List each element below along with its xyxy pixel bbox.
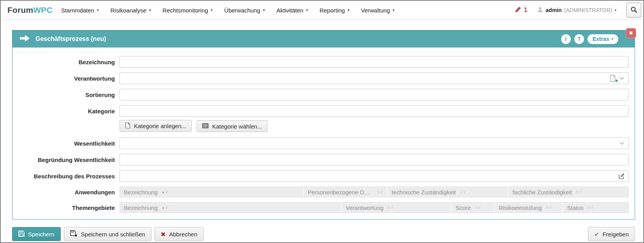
user-role: (ADMINISTRATOR) xyxy=(564,7,612,13)
form-row-verantwortung: Verantwortung ✱ xyxy=(20,72,629,84)
sort-desc-icon: ∨ xyxy=(478,206,481,210)
sort-desc-icon: ∨ xyxy=(579,190,582,194)
column-header-fachliche-zustaendigkeit[interactable]: fachliche Zuständigkeit ∧∨ xyxy=(508,187,628,197)
save-close-icon xyxy=(70,230,77,238)
verantwortung-combobox: ✱ xyxy=(120,72,629,84)
column-label: Verantwortung xyxy=(346,204,384,211)
new-document-icon xyxy=(125,122,130,130)
freigeben-label: Freigeben xyxy=(602,231,629,238)
nav-item-aktivitaeten[interactable]: Aktivitäten ▾ xyxy=(276,7,308,14)
search-button[interactable] xyxy=(626,3,641,18)
column-header-bezeichnung[interactable]: Bezeichnung ▲∨ xyxy=(120,187,303,197)
sort-desc-icon: ∨ xyxy=(463,190,466,194)
user-menu[interactable]: admin (ADMINISTRATOR) ▾ xyxy=(537,7,616,14)
arrow-right-icon xyxy=(19,35,30,44)
check-icon: ✔ xyxy=(594,231,599,237)
speichern-label: Speichern xyxy=(28,231,55,238)
list-icon xyxy=(202,123,209,130)
kategorie-anlegen-button[interactable]: Kategorie anlegen... xyxy=(120,120,192,132)
pencil-icon xyxy=(515,6,521,14)
nav-item-rechtsmonitoring[interactable]: Rechtsmonitoring ▾ xyxy=(163,7,213,14)
app-logo[interactable]: ForumWPC xyxy=(7,5,53,15)
pending-changes-badge[interactable]: 1 xyxy=(515,6,527,14)
column-header-score[interactable]: Score ∧∨ xyxy=(451,202,494,213)
chevron-down-icon: ▾ xyxy=(306,9,308,12)
kategorie-input[interactable] xyxy=(120,105,629,117)
logo-text-forum: Forum xyxy=(7,5,33,14)
kategorie-waehlen-button[interactable]: Kategorie wählen... xyxy=(197,120,267,132)
sort-asc-icon: ▲ xyxy=(162,190,165,194)
nav-item-reporting[interactable]: Reporting ▾ xyxy=(320,7,350,14)
sort-asc-icon: ∧ xyxy=(475,206,477,210)
form-row-themengebiete: Themengebiete Bezeichnung ▲∨ Verantwortu… xyxy=(20,202,629,213)
chevron-down-icon: ▾ xyxy=(611,37,613,41)
column-header-bezeichnung[interactable]: Bezeichnung ▲∨ xyxy=(120,202,341,213)
sort-icons: ▲∨ xyxy=(162,190,168,194)
sort-asc-icon: ∧ xyxy=(588,206,590,210)
column-label: Status xyxy=(567,204,584,211)
nav-item-risikoanalyse[interactable]: Risikoanalyse ▾ xyxy=(111,7,151,14)
edit-icon[interactable] xyxy=(617,173,626,180)
begruendung-input[interactable] xyxy=(120,154,629,166)
verantwortung-input[interactable] xyxy=(120,73,608,83)
column-header-personenbezogene-daten[interactable]: Personenbezogene Daten ∧∨ xyxy=(303,187,387,197)
column-header-risikoeinstufung[interactable]: Risikoeinstufung ∧∨ xyxy=(494,202,562,213)
form-row-kategorie-buttons: Kategorie anlegen... Kategorie wählen... xyxy=(20,120,629,132)
wesentlichkeit-input[interactable] xyxy=(120,138,618,148)
sort-asc-icon: ▲ xyxy=(162,206,165,210)
column-header-technische-zustaendigkeit[interactable]: technische Zuständigkeit ∧∨ xyxy=(387,187,508,197)
cancel-x-icon: ✖ xyxy=(161,231,166,237)
sort-icons: ∧∨ xyxy=(460,190,466,194)
close-icon: ✖ xyxy=(629,30,633,36)
sortierung-input[interactable] xyxy=(120,89,629,100)
column-label: fachliche Zuständigkeit xyxy=(512,189,572,195)
field-label-kategorie: Kategorie xyxy=(20,108,120,114)
nav-item-stammdaten[interactable]: Stammdaten ▾ xyxy=(61,7,99,14)
sort-icons: ∧∨ xyxy=(588,206,594,210)
close-button[interactable]: ✖ xyxy=(626,28,636,38)
save-icon xyxy=(18,231,25,238)
nav-label: Aktivitäten xyxy=(276,7,303,14)
chevron-down-icon: ▾ xyxy=(614,9,616,12)
column-label: Risikoeinstufung xyxy=(499,204,542,211)
field-label-beschreibung: Beschreibung des Prozesses xyxy=(20,173,120,180)
form-row-begruendung: Begründung Wesentlichkeit xyxy=(20,154,629,166)
nav-label: Überwachung xyxy=(224,7,260,14)
anwendungen-table-header: Bezeichnung ▲∨ Personenbezogene Daten ∧∨… xyxy=(120,187,629,197)
info-button[interactable]: i xyxy=(561,34,571,44)
speichern-und-schliessen-label: Speichern und schließen xyxy=(81,231,145,238)
chevron-down-icon: ▾ xyxy=(149,9,151,12)
nav-item-verwaltung[interactable]: Verwaltung ▾ xyxy=(361,7,394,14)
form-row-kategorie: Kategorie xyxy=(20,105,629,117)
geschaeftsprozess-panel: ✖ Geschäftsprozess (neu) i ? Extras ▾ Be… xyxy=(12,30,635,220)
nav-label: Stammdaten xyxy=(61,7,94,14)
sort-desc-icon: ∨ xyxy=(591,206,593,210)
column-header-status[interactable]: Status ∧∨ xyxy=(562,202,628,213)
field-label-anwendungen: Anwendungen xyxy=(20,189,120,195)
sort-icons: ∧∨ xyxy=(377,190,383,194)
wesentlichkeit-select[interactable] xyxy=(120,137,629,149)
speichern-button[interactable]: Speichern xyxy=(12,227,61,241)
nav-label: Risikoanalyse xyxy=(111,7,147,14)
bezeichnung-input[interactable] xyxy=(120,56,629,68)
help-button[interactable]: ? xyxy=(574,34,584,44)
nav-item-ueberwachung[interactable]: Überwachung ▾ xyxy=(224,7,265,14)
form-row-beschreibung: Beschreibung des Prozesses xyxy=(20,170,629,182)
sort-asc-icon: ∧ xyxy=(460,190,463,194)
chevron-down-icon[interactable] xyxy=(618,140,626,146)
sort-icons: ∧∨ xyxy=(576,190,582,194)
beschreibung-input[interactable] xyxy=(120,171,617,181)
abbrechen-button[interactable]: ✖ Abbrechen xyxy=(155,227,204,241)
speichern-und-schliessen-button[interactable]: Speichern und schließen xyxy=(64,227,151,241)
column-label: Bezeichnung xyxy=(124,204,158,211)
user-name: admin xyxy=(545,7,561,13)
sort-icons: ∧∨ xyxy=(545,206,552,210)
nav-label: Rechtsmonitoring xyxy=(163,7,208,14)
create-new-entry-icon[interactable]: ✱ xyxy=(608,75,618,82)
freigeben-button[interactable]: ✔ Freigeben xyxy=(588,227,635,241)
pending-changes-count: 1 xyxy=(524,7,527,14)
chevron-down-icon: ▾ xyxy=(348,9,350,12)
chevron-down-icon[interactable] xyxy=(618,75,626,81)
column-header-verantwortung[interactable]: Verantwortung ∧∨ xyxy=(341,202,451,213)
extras-button[interactable]: Extras ▾ xyxy=(588,34,618,44)
